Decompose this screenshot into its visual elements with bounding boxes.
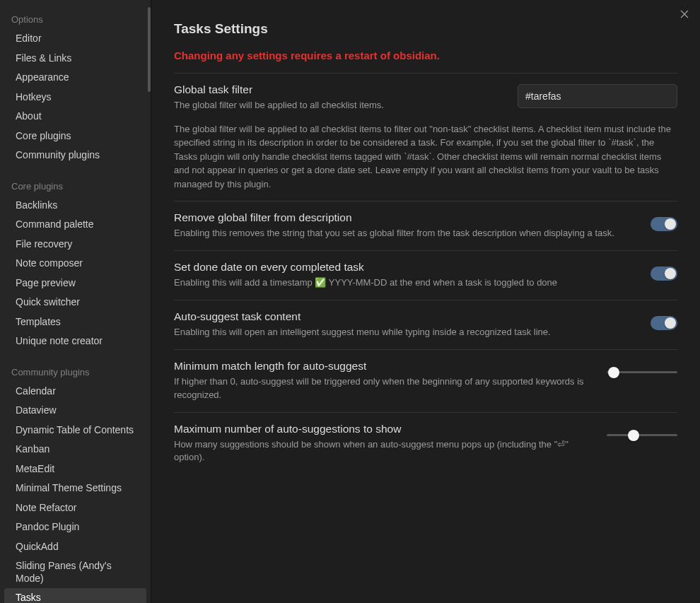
max-suggestions-slider[interactable]	[607, 434, 677, 436]
auto-suggest-toggle[interactable]	[651, 316, 677, 330]
page-title: Tasks Settings	[174, 21, 677, 37]
sidebar-item-pandoc-plugin[interactable]: Pandoc Plugin	[4, 517, 146, 537]
done-date-toggle[interactable]	[651, 267, 677, 281]
settings-sidebar: Options Editor Files & Links Appearance …	[0, 0, 151, 603]
sidebar-item-dataview[interactable]: Dataview	[4, 401, 146, 421]
sidebar-item-page-preview[interactable]: Page preview	[4, 274, 146, 293]
sidebar-item-note-composer[interactable]: Note composer	[4, 254, 146, 274]
restart-warning: Changing any settings requires a restart…	[174, 49, 677, 62]
sidebar-item-file-recovery[interactable]: File recovery	[4, 235, 146, 254]
setting-auto-suggest: Auto-suggest task content Enabling this …	[174, 300, 677, 350]
sidebar-group-header-community-plugins: Community plugins	[0, 360, 151, 382]
sidebar-item-backlinks[interactable]: Backlinks	[4, 196, 146, 216]
setting-max-suggestions: Maximum number of auto-suggestions to sh…	[174, 413, 677, 475]
setting-name: Auto-suggest task content	[174, 310, 639, 323]
sidebar-item-about[interactable]: About	[4, 107, 146, 127]
sidebar-item-quickadd[interactable]: QuickAdd	[4, 537, 146, 557]
setting-desc: Enabling this will add a timestamp ✅ YYY…	[174, 276, 639, 290]
sidebar-item-quick-switcher[interactable]: Quick switcher	[4, 293, 146, 312]
setting-desc: Enabling this will open an intelligent s…	[174, 326, 639, 339]
sidebar-item-sliding-panes[interactable]: Sliding Panes (Andy's Mode)	[4, 556, 146, 588]
setting-extra-desc: The global filter will be applied to all…	[174, 122, 677, 192]
settings-content: Tasks Settings Changing any settings req…	[151, 0, 700, 603]
global-filter-input[interactable]	[518, 84, 677, 108]
slider-thumb[interactable]	[628, 430, 639, 441]
close-icon[interactable]	[679, 8, 690, 20]
sidebar-item-command-palette[interactable]: Command palette	[4, 215, 146, 235]
sidebar-item-note-refactor[interactable]: Note Refactor	[4, 498, 146, 518]
min-match-slider[interactable]	[607, 371, 677, 373]
setting-desc: The global filter will be applied to all…	[174, 99, 506, 112]
setting-desc: Enabling this removes the string that yo…	[174, 227, 639, 240]
sidebar-item-tasks[interactable]: Tasks	[4, 588, 146, 603]
sidebar-item-dynamic-toc[interactable]: Dynamic Table of Contents	[4, 421, 146, 440]
sidebar-item-core-plugins[interactable]: Core plugins	[4, 127, 146, 146]
setting-global-filter: Global task filter The global filter wil…	[174, 73, 677, 201]
setting-remove-filter: Remove global filter from description En…	[174, 201, 677, 251]
setting-name: Global task filter	[174, 83, 506, 96]
sidebar-scrollbar[interactable]	[148, 7, 151, 92]
sidebar-item-templates[interactable]: Templates	[4, 312, 146, 332]
sidebar-item-hotkeys[interactable]: Hotkeys	[4, 88, 146, 107]
setting-done-date: Set done date on every completed task En…	[174, 251, 677, 300]
setting-name: Remove global filter from description	[174, 211, 639, 224]
sidebar-item-files-links[interactable]: Files & Links	[4, 49, 146, 69]
sidebar-item-minimal-theme-settings[interactable]: Minimal Theme Settings	[4, 479, 146, 498]
sidebar-item-editor[interactable]: Editor	[4, 29, 146, 49]
setting-name: Set done date on every completed task	[174, 261, 639, 274]
sidebar-item-appearance[interactable]: Appearance	[4, 68, 146, 88]
setting-desc: If higher than 0, auto-suggest will be t…	[174, 375, 595, 402]
setting-min-match: Minimum match length for auto-suggest If…	[174, 350, 677, 413]
sidebar-group-header-options: Options	[0, 7, 151, 29]
setting-desc: How many suggestions should be shown whe…	[174, 438, 595, 465]
sidebar-item-community-plugins[interactable]: Community plugins	[4, 146, 146, 165]
setting-name: Minimum match length for auto-suggest	[174, 360, 595, 373]
remove-filter-toggle[interactable]	[651, 217, 677, 231]
slider-thumb[interactable]	[608, 367, 619, 378]
sidebar-item-calendar[interactable]: Calendar	[4, 382, 146, 402]
sidebar-item-unique-note-creator[interactable]: Unique note creator	[4, 332, 146, 351]
sidebar-item-kanban[interactable]: Kanban	[4, 440, 146, 459]
setting-name: Maximum number of auto-suggestions to sh…	[174, 423, 595, 435]
sidebar-item-metaedit[interactable]: MetaEdit	[4, 459, 146, 479]
sidebar-group-header-core-plugins: Core plugins	[0, 174, 151, 196]
